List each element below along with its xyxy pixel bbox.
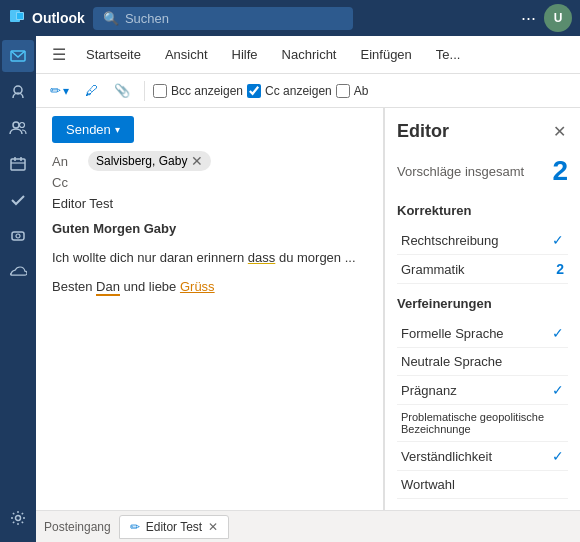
separator: [144, 81, 145, 101]
avatar[interactable]: U: [544, 4, 572, 32]
svg-rect-7: [11, 159, 25, 170]
svg-point-6: [20, 123, 25, 128]
corrections-item-spelling[interactable]: Rechtschreibung ✓: [397, 226, 568, 255]
tab-edit-icon: ✏: [130, 520, 140, 534]
to-field-row: An Salvisberg, Gaby ✕: [52, 151, 367, 171]
spelling-check-icon: ✓: [552, 232, 564, 248]
ab-label: Ab: [354, 84, 369, 98]
ribbon-tab-startseite[interactable]: Startseite: [74, 39, 153, 70]
bcc-label: Bcc anzeigen: [171, 84, 243, 98]
sidebar-icon-mail[interactable]: [2, 40, 34, 72]
send-button[interactable]: Senden ▾: [52, 116, 134, 143]
sidebar-icon-tasks[interactable]: [2, 184, 34, 216]
spelling-label: Rechtschreibung: [401, 233, 499, 248]
ab-checkbox[interactable]: [336, 84, 350, 98]
body-line1: Ich wollte dich nur daran erinnern dass …: [52, 248, 367, 269]
more-options-icon[interactable]: ···: [521, 8, 536, 29]
signature-icon: 🖊: [85, 83, 98, 98]
sidebar-icon-calendar[interactable]: [2, 148, 34, 180]
app-logo: Outlook: [8, 7, 85, 29]
attach-btn[interactable]: 📎: [108, 79, 136, 102]
compose-body[interactable]: Guten Morgen Gaby Ich wollte dich nur da…: [52, 219, 367, 297]
verstaendlichkeit-label: Verständlichkeit: [401, 449, 492, 464]
formell-check-icon: ✓: [552, 325, 564, 341]
send-chevron-icon: ▾: [115, 124, 120, 135]
attach-icon: 📎: [114, 83, 130, 98]
format-chevron: ▾: [63, 84, 69, 98]
neutral-label: Neutrale Sprache: [401, 354, 502, 369]
svg-point-5: [13, 122, 19, 128]
refinements-item-wortwahl[interactable]: Wortwahl: [397, 471, 568, 499]
greeting-text: Guten Morgen Gaby: [52, 219, 367, 240]
refinements-item-praegnanz[interactable]: Prägnanz ✓: [397, 376, 568, 405]
refinements-item-neutral[interactable]: Neutrale Sprache: [397, 348, 568, 376]
corrections-section-title: Korrekturen: [397, 203, 568, 218]
refinements-section-title: Verfeinerungen: [397, 296, 568, 311]
top-bar-right: ··· U: [521, 4, 572, 32]
svg-point-12: [16, 234, 20, 238]
praegnanz-check-icon: ✓: [552, 382, 564, 398]
refinements-item-verstaendlichkeit[interactable]: Verständlichkeit ✓: [397, 442, 568, 471]
hamburger-menu[interactable]: ☰: [44, 37, 74, 72]
send-label: Senden: [66, 122, 111, 137]
signature-btn[interactable]: 🖊: [79, 79, 104, 102]
ribbon-tab-nachricht[interactable]: Nachricht: [270, 39, 349, 70]
body-line2: Besten Dan und liebe Grüss: [52, 277, 367, 298]
cc-label: Cc anzeigen: [265, 84, 332, 98]
ribbon-tab-einfuegen[interactable]: Einfügen: [349, 39, 424, 70]
editor-panel: Editor ✕ Vorschläge insgesamt 2 Korrektu…: [384, 108, 580, 510]
geo-label: Problematische geopolitische Bezeichnung…: [401, 411, 564, 435]
verstaendlichkeit-check-icon: ✓: [552, 448, 564, 464]
remove-recipient-button[interactable]: ✕: [191, 153, 203, 169]
search-input[interactable]: [125, 11, 343, 26]
panel-close-button[interactable]: ✕: [551, 120, 568, 143]
search-icon: 🔍: [103, 11, 119, 26]
refinements-item-geo[interactable]: Problematische geopolitische Bezeichnung…: [397, 405, 568, 442]
sidebar-icon-teams[interactable]: [2, 220, 34, 252]
bcc-checkbox-label[interactable]: Bcc anzeigen: [153, 84, 243, 98]
suggestions-count: 2: [552, 155, 568, 187]
ribbon-tab-more[interactable]: Te...: [424, 39, 473, 70]
cc-checkbox-label[interactable]: Cc anzeigen: [247, 84, 332, 98]
ribbon-tab-ansicht[interactable]: Ansicht: [153, 39, 220, 70]
ab-checkbox-label[interactable]: Ab: [336, 84, 369, 98]
pen-icon: ✏: [50, 83, 61, 98]
tab-label: Editor Test: [146, 520, 202, 534]
refinements-item-formell[interactable]: Formelle Sprache ✓: [397, 319, 568, 348]
outlook-icon: [8, 7, 26, 29]
toolbar: ✏ ▾ 🖊 📎 Bcc anzeigen Cc anzeigen Ab: [36, 74, 580, 108]
cc-field-row: Cc: [52, 175, 367, 190]
svg-point-13: [16, 516, 21, 521]
corrections-item-grammar[interactable]: Grammatik 2: [397, 255, 568, 284]
ribbon-tab-hilfe[interactable]: Hilfe: [220, 39, 270, 70]
panel-header: Editor ✕: [397, 120, 568, 143]
sidebar-icon-settings[interactable]: [2, 502, 34, 534]
recipient-tag: Salvisberg, Gaby ✕: [88, 151, 211, 171]
tab-close-button[interactable]: ✕: [208, 520, 218, 534]
panel-title: Editor: [397, 121, 449, 142]
to-label: An: [52, 154, 88, 169]
format-btn[interactable]: ✏ ▾: [44, 79, 75, 102]
search-bar[interactable]: 🔍: [93, 7, 353, 30]
to-field-value: Salvisberg, Gaby ✕: [88, 151, 211, 171]
subject-field[interactable]: Editor Test: [52, 196, 367, 211]
highlighted-word-dass: dass: [248, 250, 275, 265]
app-name: Outlook: [32, 10, 85, 26]
inbox-label: Posteingang: [44, 520, 111, 534]
bcc-checkbox[interactable]: [153, 84, 167, 98]
sidebar-icon-onedrive[interactable]: [2, 256, 34, 288]
sidebar-icon-people[interactable]: [2, 112, 34, 144]
top-bar: Outlook 🔍 ··· U: [0, 0, 580, 36]
grammar-count: 2: [556, 261, 564, 277]
highlighted-name-dan: Dan: [96, 279, 120, 296]
editor-test-tab[interactable]: ✏ Editor Test ✕: [119, 515, 229, 539]
wortwahl-label: Wortwahl: [401, 477, 455, 492]
formell-label: Formelle Sprache: [401, 326, 504, 341]
sidebar-icon-chat[interactable]: [2, 76, 34, 108]
compose-area: Senden ▾ An Salvisberg, Gaby ✕ Cc: [36, 108, 384, 510]
recipient-name: Salvisberg, Gaby: [96, 154, 187, 168]
ribbon: ☰ Startseite Ansicht Hilfe Nachricht Ein…: [36, 36, 580, 74]
cc-checkbox[interactable]: [247, 84, 261, 98]
svg-rect-2: [17, 13, 23, 19]
highlighted-gruss: Grüss: [180, 279, 215, 294]
